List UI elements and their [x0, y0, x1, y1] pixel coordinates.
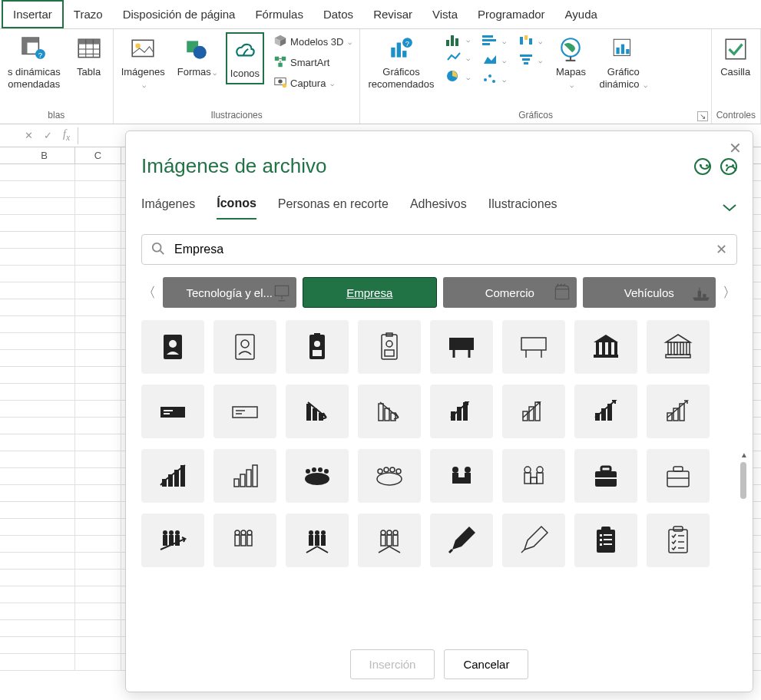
icon-tile-clipboard-solid[interactable] [574, 513, 637, 567]
icon-tile-contact-solid[interactable] [141, 320, 204, 374]
category-tecnologia[interactable]: Tecnología y el... [163, 277, 296, 308]
tab-insertar[interactable]: Insertar [2, 0, 64, 28]
icon-tile-meeting-outline[interactable] [358, 449, 421, 503]
icon-tile-pen-solid[interactable] [430, 513, 493, 567]
tab-programador[interactable]: Programador [468, 2, 555, 27]
search-input[interactable] [174, 243, 706, 256]
icon-tile-team-split-solid[interactable] [286, 513, 349, 567]
iconos-button[interactable]: Iconos [226, 32, 264, 84]
scroll-thumb[interactable] [740, 462, 746, 499]
captura-button[interactable]: Captura ⌵ [270, 74, 355, 93]
category-empresa[interactable]: Empresa [303, 277, 438, 308]
cancel-button[interactable]: Cancelar [444, 649, 528, 679]
icon-tile-chart-trend-outline[interactable] [502, 385, 565, 438]
dialog-tab-imagenes[interactable]: Imágenes [141, 197, 195, 219]
chart-line-button[interactable]: ⌵ [443, 49, 473, 67]
svg-line-54 [160, 250, 164, 254]
dialog-tab-personas[interactable]: Personas en recorte [278, 197, 389, 219]
icon-tile-team-arrow-solid[interactable] [141, 513, 204, 567]
feedback-sad-icon[interactable] [720, 158, 737, 175]
icon-tile-badge-solid[interactable] [286, 320, 349, 374]
icon-tile-bank-solid[interactable] [574, 320, 637, 374]
icon-tile-chart-up-solid[interactable] [574, 385, 637, 438]
icon-tile-billboard-outline[interactable] [502, 320, 565, 374]
tab-trazo[interactable]: Trazo [64, 2, 113, 27]
icon-tile-growth-solid[interactable] [141, 449, 204, 503]
category-next-button[interactable]: 〉 [722, 283, 737, 302]
icon-tile-cheque-solid[interactable] [141, 385, 204, 438]
icon-tile-meeting-solid[interactable] [286, 449, 349, 503]
icon-tile-bank-outline[interactable] [647, 320, 710, 374]
icon-tile-pen-outline[interactable] [502, 513, 565, 567]
icon-tile-interview-outline[interactable] [502, 449, 565, 503]
tab-formulas[interactable]: Fórmulas [245, 2, 313, 27]
icon-tile-team-split-outline[interactable] [358, 513, 421, 567]
tab-ayuda[interactable]: Ayuda [555, 2, 607, 27]
confirm-formula-button[interactable]: ✓ [41, 130, 55, 141]
icon-tile-clipboard-outline[interactable] [647, 513, 710, 567]
chart-bar-button[interactable]: ⌵ [479, 32, 509, 50]
chart-area-button[interactable]: ⌵ [479, 51, 509, 69]
dialog-tab-adhesivos[interactable]: Adhesivos [410, 197, 467, 219]
icon-tile-interview-solid[interactable] [430, 449, 493, 503]
icon-tile-chart-up-outline[interactable] [647, 385, 710, 438]
gallery-scrollbar[interactable]: ▲ ▼ [740, 451, 746, 700]
icon-tile-chart-down-outline[interactable] [358, 385, 421, 438]
modelos3d-button[interactable]: Modelos 3D ⌵ [270, 32, 355, 51]
icon-tile-briefcase-solid[interactable] [574, 449, 637, 503]
icon-tile-growth-outline[interactable] [213, 449, 276, 503]
dialog-tab-iconos[interactable]: Íconos [217, 196, 256, 220]
cancel-formula-button[interactable]: ✕ [22, 130, 36, 141]
chart-pie-button[interactable]: ⌵ [443, 68, 473, 86]
search-clear-button[interactable]: ✕ [716, 241, 727, 258]
grafico-dinamico-button[interactable]: Gráficodinámico ⌵ [596, 32, 650, 93]
column-header-c[interactable]: C [75, 147, 121, 163]
casilla-button[interactable]: Casilla [716, 32, 755, 81]
tab-revisar[interactable]: Revisar [363, 2, 422, 27]
dialog-tab-ilustraciones[interactable]: Ilustraciones [488, 197, 558, 219]
icon-tile-team-outline[interactable] [213, 513, 276, 567]
tab-vista[interactable]: Vista [422, 2, 468, 27]
tabs-expand-button[interactable] [722, 202, 737, 215]
imagenes-label: Imágenes⌵ [121, 66, 165, 90]
graficos-recomendados-button[interactable]: ? Gráficosrecomendados [365, 32, 437, 93]
funnel-chart-icon [518, 53, 534, 68]
icon-tile-billboard-solid[interactable] [430, 320, 493, 374]
tab-disposicion[interactable]: Disposición de página [113, 2, 246, 27]
chart-waterfall-button[interactable]: ⌵ [515, 32, 545, 50]
chart-column-button[interactable]: ⌵ [443, 32, 473, 48]
svg-point-151 [175, 530, 180, 535]
mapas-button[interactable]: Mapas⌵ [551, 32, 590, 93]
pivot-recommended-button[interactable]: ? s dinámicasomendadas [5, 32, 64, 93]
category-vehiculos[interactable]: Vehículos [583, 277, 716, 308]
smartart-button[interactable]: SmartArt [270, 53, 355, 72]
icon-tile-chart-down-solid[interactable] [286, 385, 349, 438]
group-launcher-graficos[interactable]: ↘ [697, 111, 708, 121]
scroll-up-icon: ▲ [740, 451, 746, 459]
svg-rect-154 [175, 535, 180, 546]
chart-scatter-button[interactable]: ⌵ [479, 71, 509, 88]
tab-datos[interactable]: Datos [313, 2, 363, 27]
svg-point-125 [312, 467, 316, 472]
svg-rect-170 [381, 535, 385, 546]
column-header-b[interactable]: B [14, 147, 75, 163]
icon-tile-contact-outline[interactable] [213, 320, 276, 374]
icon-tile-chart-trend-solid[interactable] [430, 385, 493, 438]
bar-chart-icon [482, 34, 498, 48]
imagenes-button[interactable]: Imágenes⌵ [118, 32, 168, 93]
fx-button[interactable]: fx [60, 128, 73, 143]
icon-tile-briefcase-outline[interactable] [647, 449, 710, 503]
category-comercio[interactable]: Comercio [443, 277, 577, 308]
formas-button[interactable]: Formas⌵ [174, 32, 220, 81]
svg-point-127 [324, 469, 329, 474]
insert-button[interactable]: Inserción [350, 649, 435, 679]
chart-funnel-button[interactable]: ⌵ [515, 51, 545, 69]
table-icon [75, 35, 103, 63]
category-prev-button[interactable]: 〈 [141, 283, 157, 302]
tabla-button[interactable]: Tabla [70, 32, 108, 81]
dialog-close-button[interactable]: ✕ [729, 139, 742, 157]
presentation-icon [272, 282, 292, 302]
icon-tile-badge-outline[interactable] [358, 320, 421, 374]
feedback-happy-icon[interactable] [694, 158, 711, 175]
icon-tile-cheque-outline[interactable] [213, 385, 276, 438]
